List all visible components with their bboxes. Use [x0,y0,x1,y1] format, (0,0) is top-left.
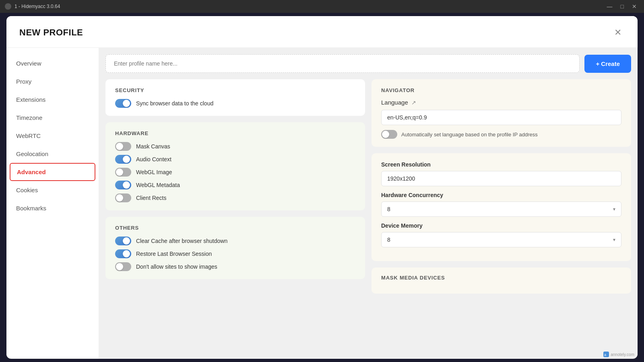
titlebar: 1 - Hidemyacc 3.0.64 — □ ✕ [0,0,644,13]
toggle-knob [116,194,123,202]
annotely-badge: a annotely.com [603,352,634,357]
sidebar-item-proxy[interactable]: Proxy [6,72,99,90]
audio-context-row: Audio Context [115,155,355,164]
screen-resolution-card: Screen Resolution 1920x1200 Hardware Con… [372,153,631,261]
screen-resolution-label: Screen Resolution [381,161,621,168]
mask-canvas-row: Mask Canvas [115,142,355,151]
header: NEW PROFILE ✕ [6,16,638,48]
webgl-image-toggle[interactable] [115,168,131,177]
hardware-concurrency-value: 8 [387,206,390,212]
sync-cloud-label: Sync browser data to the cloud [136,100,213,107]
no-images-toggle[interactable] [115,262,131,271]
restore-session-toggle[interactable] [115,249,131,258]
webgl-metadata-row: WebGL Metadata [115,181,355,189]
content-columns: SECURITY Sync browser data to the cloud … [105,79,631,294]
sidebar-item-bookmarks[interactable]: Bookmarks [6,199,99,217]
sidebar-item-geolocation[interactable]: Geolocation [6,145,99,163]
hardware-concurrency-label: Hardware Concurrency [381,192,621,198]
svg-text:a: a [604,353,606,357]
client-rects-label: Client Rects [136,195,166,201]
main-content: + Create SECURITY Sync browser data to t… [99,48,638,358]
maximize-button[interactable]: □ [618,2,626,10]
close-button[interactable]: ✕ [611,26,625,39]
chevron-down-icon: ▾ [613,206,615,212]
mask-media-title: MASK MEDIA DEVICES [381,275,621,281]
hardware-card: HARDWARE Mask Canvas Audio Context [105,122,365,210]
sidebar-item-extensions[interactable]: Extensions [6,90,99,109]
security-card: SECURITY Sync browser data to the cloud [105,79,365,116]
chevron-down-icon: ▾ [613,237,615,243]
toggle-knob [123,156,130,163]
hardware-title: HARDWARE [115,130,355,136]
annotely-icon: a [603,352,609,357]
page-title: NEW PROFILE [19,27,83,38]
titlebar-left: 1 - Hidemyacc 3.0.64 [5,3,60,10]
main-window: NEW PROFILE ✕ Overview Proxy Extensions … [6,16,638,359]
sidebar-item-advanced[interactable]: Advanced [10,163,95,181]
others-card: OTHERS Clear Cache after browser shutdow… [105,217,365,279]
device-memory-dropdown[interactable]: 8 ▾ [381,232,621,247]
restore-session-label: Restore Last Browser Session [136,251,212,257]
language-value: en-US,en;q=0.9 [381,110,621,125]
webgl-metadata-toggle[interactable] [115,181,131,189]
audio-context-label: Audio Context [136,156,171,162]
app-icon [5,3,11,10]
client-rects-row: Client Rects [115,193,355,202]
webgl-metadata-label: WebGL Metadata [136,182,180,188]
webgl-image-label: WebGL Image [136,169,172,175]
create-button[interactable]: + Create [584,55,631,73]
profile-name-input[interactable] [105,54,580,73]
screen-resolution-value: 1920x1200 [381,171,621,186]
navigator-title: NAVIGATOR [381,87,621,93]
device-memory-value: 8 [387,237,390,243]
toggle-knob [116,169,123,176]
language-label: Language [381,99,408,106]
no-images-row: Don't allow sites to show images [115,262,355,271]
toggle-knob [116,263,123,270]
client-rects-toggle[interactable] [115,193,131,202]
navigator-card: NAVIGATOR Language ↗ en-US,en;q=0.9 Auto… [372,79,631,147]
others-title: OTHERS [115,225,355,231]
toggle-knob [123,250,130,257]
mask-canvas-toggle[interactable] [115,142,131,151]
annotely-label: annotely.com [611,352,634,357]
titlebar-controls: — □ ✕ [605,2,639,10]
titlebar-close-button[interactable]: ✕ [630,2,639,10]
sidebar-item-cookies[interactable]: Cookies [6,181,99,199]
minimize-button[interactable]: — [605,2,615,10]
no-images-label: Don't allow sites to show images [136,263,217,270]
right-column: NAVIGATOR Language ↗ en-US,en;q=0.9 Auto… [372,79,631,294]
sidebar-item-overview[interactable]: Overview [6,54,99,72]
profile-bar: + Create [105,54,631,73]
auto-lang-toggle[interactable] [381,130,397,139]
mask-canvas-label: Mask Canvas [136,143,170,150]
auto-lang-label: Automatically set language based on the … [401,132,538,138]
security-title: SECURITY [115,87,355,93]
sync-cloud-toggle[interactable] [115,99,131,108]
toggle-knob [123,237,130,245]
clear-cache-toggle[interactable] [115,237,131,245]
mask-media-card: MASK MEDIA DEVICES [372,267,631,294]
external-link-icon[interactable]: ↗ [411,99,416,106]
toggle-knob [382,131,389,138]
sidebar: Overview Proxy Extensions Timezone WebRT… [6,48,99,358]
language-row: Language ↗ [381,99,621,106]
clear-cache-label: Clear Cache after browser shutdown [136,238,227,244]
clear-cache-row: Clear Cache after browser shutdown [115,237,355,245]
auto-lang-row: Automatically set language based on the … [381,130,621,139]
left-column: SECURITY Sync browser data to the cloud … [105,79,365,294]
webgl-image-row: WebGL Image [115,168,355,177]
body: Overview Proxy Extensions Timezone WebRT… [6,48,638,358]
device-memory-label: Device Memory [381,222,621,229]
titlebar-title: 1 - Hidemyacc 3.0.64 [14,4,60,9]
restore-session-row: Restore Last Browser Session [115,249,355,258]
hardware-concurrency-dropdown[interactable]: 8 ▾ [381,202,621,217]
audio-context-toggle[interactable] [115,155,131,164]
toggle-knob [123,100,130,107]
toggle-knob [123,181,130,189]
toggle-knob [116,143,123,150]
sidebar-item-webrtc[interactable]: WebRTC [6,127,99,145]
sync-cloud-row: Sync browser data to the cloud [115,99,355,108]
sidebar-item-timezone[interactable]: Timezone [6,109,99,127]
